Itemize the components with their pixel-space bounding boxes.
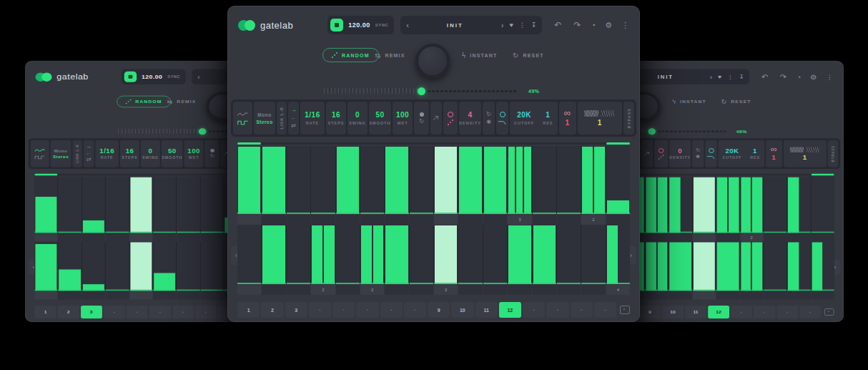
pattern-slot-9[interactable]: 9: [428, 302, 450, 318]
pattern-slot-5[interactable]: •: [332, 302, 355, 318]
rate-value[interactable]: 1/16: [99, 147, 114, 154]
sync-label[interactable]: SYNC: [375, 23, 389, 27]
preset-name[interactable]: INIT: [415, 22, 495, 29]
subdivision-tile[interactable]: [764, 291, 786, 300]
gate-step[interactable]: [360, 146, 384, 214]
gate-step[interactable]: [287, 225, 310, 284]
remix-button[interactable]: ⇆REMIX: [375, 52, 405, 59]
gate-step[interactable]: [716, 242, 739, 291]
loop-cell[interactable]: ∞1: [766, 140, 782, 167]
subdivision-tile[interactable]: [129, 291, 152, 300]
pattern-slot-11[interactable]: 11: [475, 302, 498, 318]
pattern-slot-2[interactable]: 2: [58, 306, 79, 318]
subdivision-tile[interactable]: 3: [508, 215, 531, 225]
gate-step[interactable]: [34, 242, 57, 291]
filter-cell[interactable]: 20KCUTOFF1RES: [719, 140, 764, 167]
subdivision-tile[interactable]: 2: [360, 285, 384, 295]
gate-step[interactable]: [129, 242, 152, 291]
subdivision-tile[interactable]: [237, 285, 261, 295]
channel-mode-cell[interactable]: MonoStereo: [254, 102, 275, 135]
subdivision-tile[interactable]: [669, 291, 692, 300]
subdivision-tile[interactable]: 2: [434, 285, 458, 295]
subdivision-tile[interactable]: [434, 215, 458, 225]
pattern-slot-9[interactable]: 9: [639, 306, 661, 318]
subdivision-tile[interactable]: [557, 285, 581, 295]
smooth[interactable]: 50SMOOTH: [369, 102, 391, 135]
subdivision-tile[interactable]: [764, 233, 786, 242]
play-forward-icon[interactable]: →: [291, 107, 297, 113]
density-mode-cell[interactable]: [443, 102, 458, 135]
slots-menu-icon[interactable]: [620, 306, 630, 314]
play-forward-icon[interactable]: →: [86, 145, 92, 150]
texture-a-icon[interactable]: [584, 110, 598, 117]
gate-step[interactable]: [606, 146, 630, 214]
preset-prev-button[interactable]: ‹: [197, 73, 200, 80]
gate-step[interactable]: [177, 177, 199, 233]
subdivision-tile[interactable]: [59, 233, 82, 242]
gate-step[interactable]: [693, 242, 716, 291]
texture-b-icon[interactable]: [601, 110, 615, 117]
stereo-option[interactable]: Stereo: [256, 120, 272, 125]
redo-button[interactable]: ↷: [780, 73, 787, 82]
gate-step[interactable]: [740, 242, 763, 291]
steps-value[interactable]: 16: [126, 147, 134, 154]
clock-icon[interactable]: ◔: [797, 73, 801, 81]
pattern-slot-7[interactable]: •: [172, 306, 194, 318]
subdivision-tile[interactable]: [645, 291, 668, 300]
main-knob[interactable]: [415, 44, 450, 78]
slider-knob[interactable]: [418, 87, 425, 95]
subdivision-tile[interactable]: [458, 215, 482, 225]
texture-cell[interactable]: 1: [784, 140, 827, 167]
gate-step[interactable]: [581, 225, 605, 284]
gate-step[interactable]: [262, 225, 285, 284]
subdivision-tile[interactable]: [483, 215, 507, 225]
cutoff-value[interactable]: 20K: [725, 147, 739, 154]
res-group[interactable]: 1RES: [750, 147, 760, 160]
gate-step[interactable]: [740, 177, 763, 233]
subdivision-tile[interactable]: [336, 285, 360, 295]
subdivision-tile[interactable]: [177, 291, 199, 300]
subdivision-tile[interactable]: [740, 291, 763, 300]
gate-step[interactable]: [606, 225, 630, 284]
subdivision-tile[interactable]: [557, 215, 581, 225]
gate-step[interactable]: [336, 146, 360, 214]
pattern-slot-16[interactable]: •: [594, 302, 616, 318]
subdivision-tile[interactable]: [106, 291, 129, 300]
channel-mode-cell[interactable]: MonoStereo: [51, 140, 71, 167]
gate-step[interactable]: [237, 225, 261, 284]
pattern-slot-1[interactable]: 1: [34, 306, 56, 318]
gate-step[interactable]: [787, 242, 810, 291]
settings-gear-icon[interactable]: ⚙: [810, 73, 817, 81]
subdivision-tile[interactable]: [287, 215, 310, 225]
clock-icon[interactable]: ◔: [591, 21, 596, 30]
play-reverse-icon[interactable]: ←: [291, 115, 297, 121]
pattern-slot-3[interactable]: 3: [81, 306, 102, 318]
cutoff-group[interactable]: 20KCUTOFF: [514, 111, 534, 125]
subdivision-tile[interactable]: [82, 291, 105, 300]
preset-menu-icon[interactable]: ⋮: [519, 21, 526, 29]
random-button[interactable]: RANDOM: [322, 48, 379, 62]
gate-step[interactable]: [59, 242, 82, 291]
subdivision-tile[interactable]: [200, 233, 223, 242]
gate-step[interactable]: [434, 225, 458, 284]
texture-value[interactable]: 1: [803, 154, 807, 160]
gate-step[interactable]: [287, 146, 310, 214]
mono-option[interactable]: Mono: [54, 149, 68, 153]
cutoff-value[interactable]: 20K: [517, 111, 531, 119]
gate-step[interactable]: [764, 177, 786, 233]
redo-button[interactable]: ↷: [573, 20, 581, 30]
pattern-slot-11[interactable]: 11: [685, 306, 706, 318]
gate-step[interactable]: [508, 225, 531, 284]
gate-step[interactable]: [82, 242, 105, 291]
swing[interactable]: 0SWING: [141, 140, 160, 167]
subdivision-tile[interactable]: [262, 285, 285, 295]
rate-value[interactable]: 1/16: [305, 111, 320, 119]
skip-cell[interactable]: [642, 140, 653, 167]
subdivision-tile[interactable]: [716, 233, 739, 242]
overflow-menu-icon[interactable]: ⋮: [621, 21, 629, 30]
subdivision-tile[interactable]: [458, 285, 482, 295]
density[interactable]: 4DENSITY: [459, 102, 481, 135]
filter-toggle-cell[interactable]: [705, 140, 716, 167]
density-mode-cell[interactable]: [654, 140, 668, 167]
gate-step[interactable]: [129, 177, 152, 233]
